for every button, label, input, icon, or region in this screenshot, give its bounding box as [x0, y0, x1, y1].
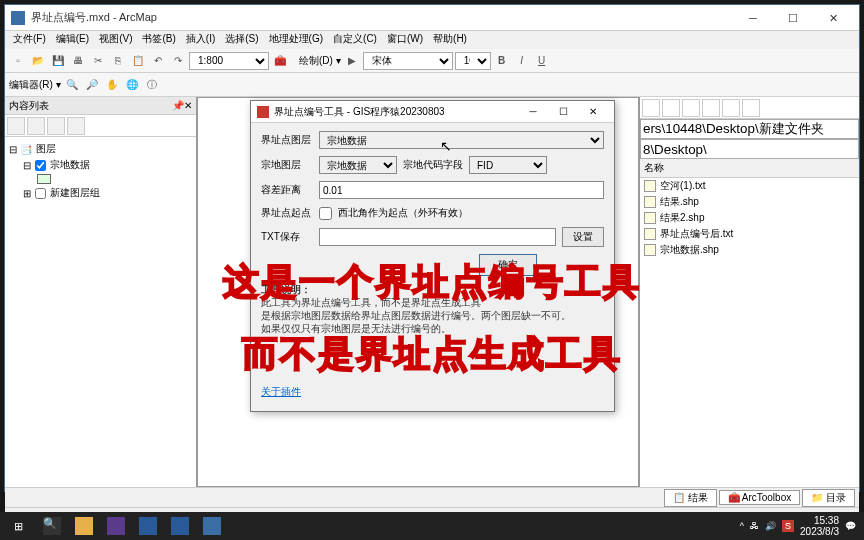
dlg-maximize-button[interactable]: ☐: [548, 106, 578, 117]
print-button[interactable]: 🖶: [69, 52, 87, 70]
dlg-close-button[interactable]: ✕: [578, 106, 608, 117]
dialog-icon: [257, 106, 269, 118]
toc-list-by-source-icon[interactable]: [27, 117, 45, 135]
save-button[interactable]: 💾: [49, 52, 67, 70]
taskbar-arcmap-icon[interactable]: [196, 512, 228, 540]
bold-button[interactable]: B: [493, 52, 511, 70]
file-item[interactable]: 结果2.shp: [640, 210, 859, 226]
toc-list-by-selection-icon[interactable]: [67, 117, 85, 135]
paste-button[interactable]: 📋: [129, 52, 147, 70]
menu-help[interactable]: 帮助(H): [429, 31, 471, 49]
menu-selection[interactable]: 选择(S): [221, 31, 262, 49]
label-txt-save: TXT保存: [261, 230, 313, 244]
minimize-button[interactable]: ─: [733, 6, 773, 30]
about-plugin-link[interactable]: 关于插件: [261, 385, 301, 399]
toc-group[interactable]: ⊞ 新建图层组: [9, 185, 192, 201]
menu-view[interactable]: 视图(V): [95, 31, 136, 49]
taskbar-explorer-icon[interactable]: [68, 512, 100, 540]
editor-toolbox-icon[interactable]: 🧰: [271, 52, 289, 70]
draw-label[interactable]: 绘制(D) ▾: [299, 54, 341, 68]
nw-corner-checkbox[interactable]: [319, 207, 332, 220]
menu-customize[interactable]: 自定义(C): [329, 31, 381, 49]
italic-button[interactable]: I: [513, 52, 531, 70]
group-visible-checkbox[interactable]: [35, 188, 46, 199]
pan-icon[interactable]: ✋: [103, 76, 121, 94]
boundary-layer-select[interactable]: 宗地数据: [319, 131, 604, 149]
menu-file[interactable]: 文件(F): [9, 31, 50, 49]
cat-up-icon[interactable]: [662, 99, 680, 117]
start-button[interactable]: ⊞: [0, 512, 36, 540]
toc-close-icon[interactable]: ✕: [184, 100, 192, 111]
toc-root[interactable]: ⊟ 📑 图层: [9, 141, 192, 157]
tab-arctoolbox[interactable]: 🧰 ArcToolbox: [719, 490, 801, 505]
copy-button[interactable]: ⎘: [109, 52, 127, 70]
catalog-path-input[interactable]: [640, 119, 859, 139]
taskbar-clock[interactable]: 15:38 2023/8/3: [800, 515, 839, 537]
maximize-button[interactable]: ☐: [773, 6, 813, 30]
parcel-code-field-select[interactable]: FID: [469, 156, 547, 174]
file-item[interactable]: 空河(1).txt: [640, 178, 859, 194]
catalog-path-input2[interactable]: [640, 139, 859, 159]
taskbar-app-icon[interactable]: [164, 512, 196, 540]
tolerance-input[interactable]: [319, 181, 604, 199]
taskbar-app-icon[interactable]: [132, 512, 164, 540]
toc-list-by-visibility-icon[interactable]: [47, 117, 65, 135]
tray-notifications-icon[interactable]: 💬: [845, 521, 856, 531]
txt-save-input[interactable]: [319, 228, 556, 246]
select-arrow-icon[interactable]: ▶: [343, 52, 361, 70]
cat-refresh-icon[interactable]: [702, 99, 720, 117]
windows-taskbar: ⊞ 🔍 ^ 🖧 🔊 S 15:38 2023/8/3 💬: [0, 512, 864, 540]
fontsize-combo[interactable]: 10: [455, 52, 491, 70]
menu-insert[interactable]: 插入(I): [182, 31, 219, 49]
settings-button[interactable]: 设置: [562, 227, 604, 247]
toc-pin-icon[interactable]: 📌: [172, 100, 184, 111]
toc-symbol[interactable]: [9, 173, 192, 185]
ok-button[interactable]: 确定: [479, 254, 537, 276]
menu-window[interactable]: 窗口(W): [383, 31, 427, 49]
cat-connect-icon[interactable]: [742, 99, 760, 117]
dlg-minimize-button[interactable]: ─: [518, 106, 548, 117]
identify-icon[interactable]: ⓘ: [143, 76, 161, 94]
redo-button[interactable]: ↷: [169, 52, 187, 70]
file-item[interactable]: 结果.shp: [640, 194, 859, 210]
tab-results[interactable]: 📋 结果: [664, 489, 717, 507]
layer-visible-checkbox[interactable]: [35, 160, 46, 171]
tab-catalog[interactable]: 📁 目录: [802, 489, 855, 507]
catalog-toolbar: [640, 97, 859, 119]
scale-combo[interactable]: 1:800: [189, 52, 269, 70]
tray-arrow-icon[interactable]: ^: [740, 521, 744, 531]
tray-ime-icon[interactable]: S: [782, 520, 794, 532]
shp-icon: [644, 196, 656, 208]
undo-button[interactable]: ↶: [149, 52, 167, 70]
polygon-symbol-icon: [37, 174, 51, 184]
catalog-col-name[interactable]: 名称: [640, 159, 859, 178]
file-item[interactable]: 宗地数据.shp: [640, 242, 859, 258]
tray-volume-icon[interactable]: 🔊: [765, 521, 776, 531]
menu-geoprocessing[interactable]: 地理处理(G): [265, 31, 327, 49]
file-item[interactable]: 界址点编号后.txt: [640, 226, 859, 242]
tray-network-icon[interactable]: 🖧: [750, 521, 759, 531]
menu-bookmarks[interactable]: 书签(B): [138, 31, 179, 49]
zoom-in-icon[interactable]: 🔍: [63, 76, 81, 94]
font-combo[interactable]: 宋体: [363, 52, 453, 70]
open-button[interactable]: 📂: [29, 52, 47, 70]
toc-layer-zongdi[interactable]: ⊟ 宗地数据: [9, 157, 192, 173]
toc-list-by-drawing-icon[interactable]: [7, 117, 25, 135]
parcel-layer-select[interactable]: 宗地数据: [319, 156, 397, 174]
menu-edit[interactable]: 编辑(E): [52, 31, 93, 49]
underline-button[interactable]: U: [533, 52, 551, 70]
catalog-panel: 名称 空河(1).txt 结果.shp 结果2.shp 界址点编号后.txt 宗…: [639, 97, 859, 487]
cat-view-icon[interactable]: [722, 99, 740, 117]
close-button[interactable]: ✕: [813, 6, 853, 30]
shp-icon: [644, 212, 656, 224]
taskbar-search-icon[interactable]: 🔍: [36, 512, 68, 540]
cat-home-icon[interactable]: [682, 99, 700, 117]
label-boundary-layer: 界址点图层: [261, 133, 313, 147]
editor-label[interactable]: 编辑器(R) ▾: [9, 78, 61, 92]
cut-button[interactable]: ✂: [89, 52, 107, 70]
new-button[interactable]: ▫: [9, 52, 27, 70]
zoom-out-icon[interactable]: 🔎: [83, 76, 101, 94]
cat-back-icon[interactable]: [642, 99, 660, 117]
taskbar-app-icon[interactable]: [100, 512, 132, 540]
full-extent-icon[interactable]: 🌐: [123, 76, 141, 94]
